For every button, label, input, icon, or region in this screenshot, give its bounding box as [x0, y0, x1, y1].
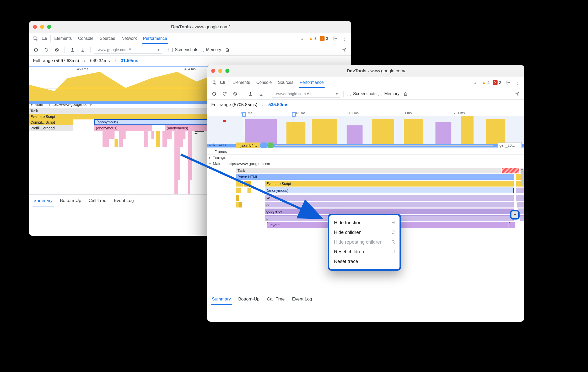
details-tab-summary[interactable]: Summary — [212, 297, 231, 302]
warnings-badge[interactable]: ▲ 3 — [308, 36, 317, 41]
zoom-icon[interactable] — [225, 69, 229, 73]
network-track-row[interactable]: Network n,jsa,mb4… gen_20… — [207, 142, 524, 149]
device-toggle-icon[interactable] — [218, 78, 227, 87]
gc-icon[interactable] — [223, 45, 232, 54]
settings-icon[interactable] — [503, 78, 512, 87]
gc-icon[interactable] — [401, 89, 410, 98]
menu-hide-function[interactable]: Hide functionH — [329, 218, 400, 228]
breadcrumb-full-range[interactable]: Full range (5667.63ms) — [33, 58, 79, 63]
errors-badge[interactable]: ✕2 — [492, 80, 502, 85]
tab-elements[interactable]: Elements — [54, 33, 72, 44]
flame-seg-anonymous[interactable]: (anonymous) — [94, 125, 152, 131]
flame-seg[interactable] — [236, 188, 241, 193]
tab-elements[interactable]: Elements — [233, 77, 250, 88]
network-seg-far[interactable]: gen_20… — [498, 143, 522, 148]
flame-seg[interactable] — [509, 222, 515, 228]
entry-dropdown-icon[interactable] — [510, 210, 520, 220]
flame-seg[interactable] — [244, 181, 251, 187]
flame-seg[interactable] — [520, 215, 524, 221]
timings-track-header[interactable]: Timings — [207, 155, 524, 160]
main-track-header[interactable]: Main — https://www.google.com/ — [207, 160, 524, 167]
tab-console[interactable]: Console — [78, 33, 94, 44]
clear-icon[interactable] — [231, 89, 240, 98]
flame-seg[interactable] — [236, 195, 239, 201]
tab-sources[interactable]: Sources — [100, 33, 115, 44]
upload-icon[interactable] — [68, 45, 77, 54]
details-tab-summary[interactable]: Summary — [34, 198, 53, 203]
warning-icon: ▲ — [309, 36, 313, 41]
minimize-icon[interactable] — [218, 69, 222, 73]
reload-record-icon[interactable] — [42, 45, 51, 54]
reload-record-icon[interactable] — [220, 89, 229, 98]
flame-seg-evaluate-script[interactable]: Evaluate Script — [265, 181, 514, 187]
memory-checkbox[interactable]: Memory — [378, 91, 400, 96]
flame-seg[interactable] — [516, 188, 524, 193]
settings-icon[interactable] — [330, 34, 339, 43]
download-icon[interactable] — [78, 45, 87, 54]
flame-seg[interactable] — [236, 202, 239, 207]
flame-seg-anonymous-selected[interactable]: (anonymous) — [265, 188, 514, 193]
tabs-overflow-icon[interactable]: » — [298, 34, 307, 43]
scrollbar-thumb[interactable] — [521, 170, 524, 185]
more-icon[interactable]: ⋮ — [340, 34, 349, 43]
overview-minimap[interactable]: 361 ms 461 ms 561 ms 661 ms 761 ms CPU N… — [207, 110, 524, 135]
clear-icon[interactable] — [52, 45, 61, 54]
screenshots-checkbox[interactable]: Screenshots — [347, 91, 376, 96]
flame-seg-task[interactable]: Task — [236, 168, 501, 173]
device-toggle-icon[interactable] — [40, 34, 49, 43]
notices-badge[interactable]: ! 3 — [319, 36, 329, 41]
warnings-badge[interactable]: ▲5 — [481, 80, 490, 85]
network-seg[interactable]: n,jsa,mb4… — [236, 143, 260, 148]
details-tab-event-log[interactable]: Event Log — [292, 297, 312, 302]
menu-reset-trace[interactable]: Reset trace — [329, 257, 400, 266]
tab-sources[interactable]: Sources — [278, 77, 293, 88]
record-icon[interactable] — [210, 89, 219, 98]
flame-seg-ea[interactable]: ea — [265, 202, 514, 207]
flame-seg[interactable] — [517, 202, 524, 207]
network-seg[interactable] — [261, 143, 267, 148]
menu-hide-children[interactable]: Hide childrenC — [329, 228, 400, 237]
tab-console[interactable]: Console — [256, 77, 272, 88]
flame-seg[interactable] — [516, 195, 524, 201]
recording-selector[interactable]: www.google.com #1 ▾ — [94, 46, 162, 54]
flame-seg[interactable] — [247, 188, 251, 193]
flame-seg-w[interactable]: W — [265, 195, 514, 201]
flame-seg-parse-html[interactable]: Parse HTML — [236, 174, 514, 180]
network-seg[interactable] — [268, 143, 273, 148]
flame-seg[interactable] — [236, 181, 243, 187]
flame-seg-google-cv[interactable]: google.cv — [265, 209, 514, 214]
breadcrumb-step[interactable]: 649.34ms — [90, 58, 110, 63]
frames-track-header[interactable]: Frames — [207, 149, 524, 155]
perf-settings-icon[interactable] — [340, 45, 349, 54]
breadcrumb-full-range[interactable]: Full range (5705.85ms) — [211, 102, 257, 107]
zoom-icon[interactable] — [47, 25, 51, 29]
flame-seg-profile-overhead[interactable]: Profili…erhead — [29, 125, 73, 131]
flame-seg-long-task[interactable] — [502, 168, 519, 173]
details-tab-event-log[interactable]: Event Log — [114, 198, 134, 203]
details-tab-bottom-up[interactable]: Bottom-Up — [238, 297, 260, 302]
inspect-icon[interactable] — [31, 34, 40, 43]
recording-selector[interactable]: www.google.com #1 ▾ — [272, 90, 340, 98]
close-icon[interactable] — [33, 25, 37, 29]
menu-reset-children[interactable]: Reset childrenU — [329, 247, 400, 257]
minimize-icon[interactable] — [40, 25, 44, 29]
flame-seg-compile-script[interactable]: Compil…Script — [29, 119, 73, 125]
download-icon[interactable] — [257, 89, 266, 98]
memory-checkbox[interactable]: Memory — [200, 47, 221, 52]
upload-icon[interactable] — [246, 89, 255, 98]
tabs-overflow-icon[interactable]: » — [471, 78, 480, 87]
record-icon[interactable] — [31, 45, 40, 54]
tab-network[interactable]: Network — [121, 33, 137, 44]
details-tab-bottom-up[interactable]: Bottom-Up — [60, 198, 81, 203]
close-icon[interactable] — [211, 69, 215, 73]
screenshots-checkbox[interactable]: Screenshots — [169, 47, 198, 52]
details-tab-call-tree[interactable]: Call Tree — [267, 297, 285, 302]
flame-seg[interactable] — [239, 202, 242, 207]
tab-performance[interactable]: Performance — [300, 77, 324, 88]
more-icon[interactable]: ⋮ — [513, 78, 522, 87]
inspect-icon[interactable] — [209, 78, 218, 87]
perf-settings-icon[interactable] — [513, 89, 522, 98]
tab-performance[interactable]: Performance — [143, 33, 167, 44]
details-tab-call-tree[interactable]: Call Tree — [89, 198, 106, 203]
svg-point-7 — [344, 49, 345, 50]
